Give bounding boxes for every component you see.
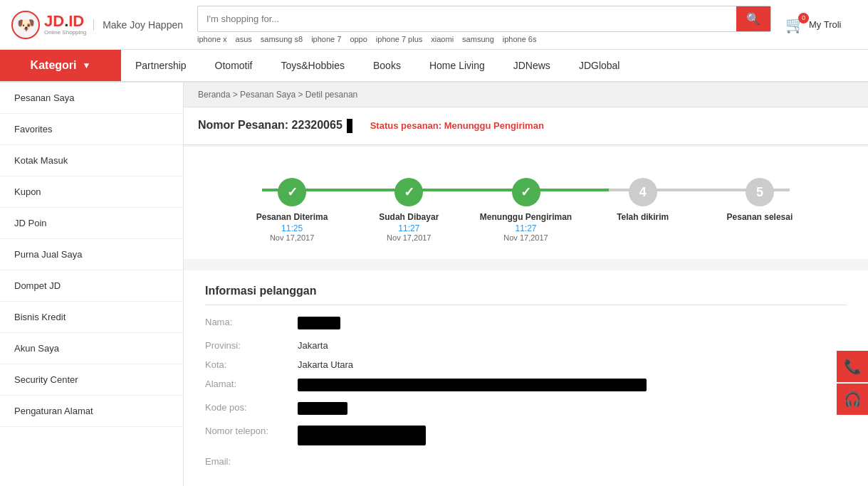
headset-float-button[interactable]: 🎧	[837, 384, 868, 415]
logo-area: 🐶 JD.ID Online Shopping Make Joy Happen	[11, 11, 183, 39]
redacted-name	[298, 317, 340, 329]
info-section: Informasi pelanggan Nama: Provinsi: Jaka…	[184, 270, 868, 486]
step-5-circle: 5	[746, 178, 774, 206]
logo-tagline: Make Joy Happen	[93, 19, 183, 31]
info-label-telepon: Nomor telepon:	[205, 426, 298, 436]
nav-item-otomotif[interactable]: Otomotif	[201, 50, 267, 81]
step-1-time: 11:25	[281, 223, 303, 233]
logo-text: JD.ID Online Shopping	[44, 14, 86, 36]
navbar: Kategori ▼ Partnership Otomotif Toys&Hob…	[0, 50, 868, 83]
sidebar-item-akun-saya[interactable]: Akun Saya	[0, 333, 183, 364]
info-label-email: Email:	[205, 456, 298, 467]
order-number-label: Nomor Pesanan: 22320065	[198, 119, 356, 131]
suggestion-iphone-x[interactable]: iphone x	[197, 35, 227, 43]
order-number-value: 22320065	[292, 119, 343, 131]
breadcrumb-current: Detil pesanan	[305, 90, 357, 100]
sidebar-item-favorites[interactable]: Favorites	[0, 114, 183, 145]
info-row-alamat: Alamat:	[205, 379, 847, 393]
info-row-telepon: Nomor telepon:	[205, 426, 847, 448]
step-3-time: 11:27	[515, 223, 536, 233]
nav-items: Partnership Otomotif Toys&Hobbies Books …	[121, 50, 634, 81]
step-4: 4 Telah dikirim	[585, 178, 701, 222]
cart-icon: 🛒 0	[785, 16, 805, 34]
step-1-label: Pesanan Diterima	[256, 212, 328, 222]
kategori-label: Kategori	[31, 59, 77, 72]
status-label: Status pesanan:	[370, 120, 441, 131]
sidebar-item-security-center[interactable]: Security Center	[0, 364, 183, 396]
nav-item-partnership[interactable]: Partnership	[121, 50, 201, 81]
logo-brand: JD.ID	[44, 14, 86, 29]
nav-item-books[interactable]: Books	[359, 50, 415, 81]
redacted-alamat	[298, 379, 647, 391]
progress-section: ✓ Pesanan Diterima 11:25 Nov 17,2017 ✓ S…	[184, 147, 868, 259]
step-3-circle: ✓	[512, 178, 540, 206]
info-value-telepon	[298, 426, 847, 448]
breadcrumb-home[interactable]: Beranda	[198, 90, 230, 100]
search-suggestions: iphone x asus samsung s8 iphone 7 oppo i…	[197, 35, 771, 43]
breadcrumb-pesanan[interactable]: Pesanan Saya	[240, 90, 296, 100]
search-button[interactable]: 🔍	[736, 6, 770, 31]
info-value-nama	[298, 317, 847, 332]
info-label-provinsi: Provinsi:	[205, 340, 298, 351]
sidebar-item-kupon[interactable]: Kupon	[0, 176, 183, 208]
breadcrumb: Beranda > Pesanan Saya > Detil pesanan	[184, 83, 868, 107]
search-area: 🔍 iphone x asus samsung s8 iphone 7 oppo…	[197, 6, 771, 43]
redacted-kodepos	[298, 402, 347, 415]
info-value-provinsi: Jakarta	[298, 340, 847, 351]
nav-item-toys[interactable]: Toys&Hobbies	[267, 50, 360, 81]
step-2-label: Sudah Dibayar	[379, 212, 439, 222]
suggestion-samsung-s8[interactable]: samsung s8	[261, 35, 303, 43]
suggestion-iphone-6s[interactable]: iphone 6s	[503, 35, 537, 43]
chevron-down-icon: ▼	[83, 60, 91, 70]
step-4-label: Telah dikirim	[617, 212, 669, 222]
step-2: ✓ Sudah Dibayar 11:27 Nov 17,2017	[350, 178, 467, 242]
info-label-nama: Nama:	[205, 317, 298, 327]
main-content: Beranda > Pesanan Saya > Detil pesanan N…	[184, 83, 868, 486]
sidebar-item-kotak-masuk[interactable]: Kotak Masuk	[0, 145, 183, 176]
kategori-button[interactable]: Kategori ▼	[0, 50, 121, 81]
suggestion-samsung[interactable]: samsung	[462, 35, 494, 43]
suggestion-xiaomi[interactable]: xiaomi	[431, 35, 454, 43]
progress-bar: ✓ Pesanan Diterima 11:25 Nov 17,2017 ✓ S…	[205, 164, 847, 242]
step-1-circle: ✓	[278, 178, 306, 206]
sidebar-item-jd-poin[interactable]: JD Poin	[0, 208, 183, 239]
sidebar-item-pesanan-saya[interactable]: Pesanan Saya	[0, 83, 183, 114]
cart-badge: 0	[798, 13, 809, 23]
cart-area[interactable]: 🛒 0 My Troli	[785, 16, 857, 34]
sidebar-item-pengaturan-alamat[interactable]: Pengaturan Alamat	[0, 396, 183, 427]
suggestion-iphone-7[interactable]: iphone 7	[311, 35, 341, 43]
phone-float-button[interactable]: 📞	[837, 351, 868, 382]
nav-item-jdnews[interactable]: JDNews	[499, 50, 565, 81]
step-2-time: 11:27	[398, 223, 419, 233]
order-number-prefix: Nomor Pesanan:	[198, 119, 288, 131]
suggestion-iphone-7-plus[interactable]: iphone 7 plus	[376, 35, 422, 43]
redacted-phone	[298, 426, 426, 445]
sidebar-item-dompet-jd[interactable]: Dompet JD	[0, 270, 183, 302]
suggestion-oppo[interactable]: oppo	[350, 35, 367, 43]
info-value-alamat	[298, 379, 847, 393]
sidebar-item-bisnis-kredit[interactable]: Bisnis Kredit	[0, 302, 183, 333]
info-title: Informasi pelanggan	[205, 285, 847, 305]
info-value-kodepos	[298, 402, 847, 417]
order-status: Status pesanan: Menunggu Pengiriman	[370, 120, 544, 131]
info-label-kota: Kota:	[205, 359, 298, 370]
order-header: Nomor Pesanan: 22320065 Status pesanan: …	[184, 107, 868, 145]
step-5-label: Pesanan selesai	[727, 212, 793, 222]
info-label-kodepos: Kode pos:	[205, 402, 298, 413]
suggestion-asus[interactable]: asus	[236, 35, 252, 43]
sidebar-item-purna-jual[interactable]: Purna Jual Saya	[0, 239, 183, 270]
step-1: ✓ Pesanan Diterima 11:25 Nov 17,2017	[234, 178, 350, 242]
step-3-date: Nov 17,2017	[503, 233, 548, 242]
nav-item-homeliving[interactable]: Home Living	[415, 50, 499, 81]
sidebar: Pesanan Saya Favorites Kotak Masuk Kupon…	[0, 83, 184, 486]
step-3-label: Menunggu Pengiriman	[480, 212, 572, 222]
step-3: ✓ Menunggu Pengiriman 11:27 Nov 17,2017	[467, 178, 584, 242]
info-value-kota: Jakarta Utara	[298, 359, 847, 370]
cart-label: My Troli	[809, 19, 842, 30]
step-2-circle: ✓	[394, 178, 423, 206]
info-row-provinsi: Provinsi: Jakarta	[205, 340, 847, 351]
step-1-date: Nov 17,2017	[270, 233, 314, 242]
nav-item-jdglobal[interactable]: JDGlobal	[565, 50, 634, 81]
search-input[interactable]	[198, 8, 736, 30]
logo-icon: 🐶	[11, 11, 40, 39]
